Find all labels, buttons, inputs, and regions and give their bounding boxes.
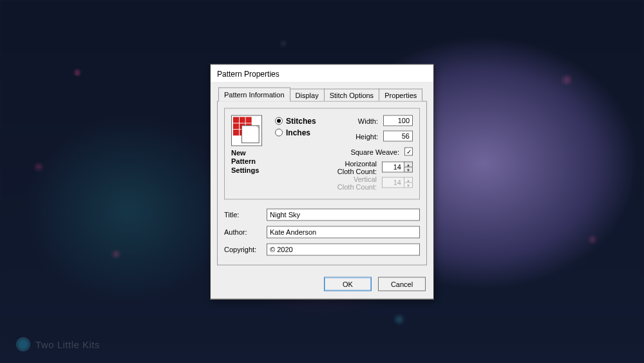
tab-stitch-options[interactable]: Stitch Options xyxy=(324,88,379,101)
spin-up-icon: ▲ xyxy=(404,177,413,182)
cancel-button[interactable]: Cancel xyxy=(378,277,426,291)
watermark-logo-icon xyxy=(16,337,30,351)
vertical-cloth-count-label: Vertical Cloth Count: xyxy=(336,175,377,190)
unit-inches-radio[interactable]: Inches xyxy=(275,128,329,137)
square-weave-checkbox[interactable]: ✓ xyxy=(404,148,413,156)
watermark-text: Two Little Kits xyxy=(35,339,100,350)
pattern-grid-icon xyxy=(231,115,262,146)
width-label: Width: xyxy=(358,117,378,124)
copyright-label: Copyright: xyxy=(224,246,267,253)
tab-properties[interactable]: Properties xyxy=(379,88,422,101)
width-input[interactable]: 100 xyxy=(383,115,413,126)
vertical-cloth-count-stepper: 14 ▲ ▼ xyxy=(382,177,413,188)
tab-pattern-information[interactable]: Pattern Information xyxy=(218,87,290,101)
square-weave-label: Square Weave: xyxy=(350,148,399,155)
svg-rect-5 xyxy=(242,125,259,142)
copyright-input[interactable]: © 2020 xyxy=(267,243,420,255)
tab-panel-pattern-information: New Pattern Settings Stitches Inches Wid… xyxy=(217,101,427,265)
watermark: Two Little Kits xyxy=(16,337,100,351)
dialog-button-bar: OK Cancel xyxy=(211,271,433,299)
radio-icon xyxy=(275,117,283,124)
unit-stitches-radio[interactable]: Stitches xyxy=(275,116,329,125)
tab-display[interactable]: Display xyxy=(290,88,325,101)
new-pattern-settings-group: New Pattern Settings Stitches Inches Wid… xyxy=(224,108,420,199)
new-pattern-settings-label: New Pattern Settings xyxy=(231,148,269,175)
height-input[interactable]: 56 xyxy=(383,131,413,142)
author-input[interactable]: Kate Anderson xyxy=(267,226,420,238)
spin-down-icon: ▼ xyxy=(404,182,413,188)
horizontal-cloth-count-stepper[interactable]: 14 ▲ ▼ xyxy=(382,162,413,173)
pattern-properties-dialog: Pattern Properties Pattern Information D… xyxy=(210,64,434,299)
title-label: Title: xyxy=(224,211,267,219)
radio-icon xyxy=(275,128,283,136)
title-input[interactable]: Night Sky xyxy=(267,208,420,221)
dialog-title: Pattern Properties xyxy=(217,69,279,78)
spin-down-icon[interactable]: ▼ xyxy=(404,167,413,173)
author-label: Author: xyxy=(224,228,267,236)
tab-strip: Pattern Information Display Stitch Optio… xyxy=(217,86,427,101)
ok-button[interactable]: OK xyxy=(324,277,372,291)
spin-up-icon[interactable]: ▲ xyxy=(404,162,413,167)
height-label: Height: xyxy=(355,132,378,140)
dialog-titlebar[interactable]: Pattern Properties xyxy=(211,64,433,83)
horizontal-cloth-count-label: Horizontal Cloth Count: xyxy=(336,159,377,175)
